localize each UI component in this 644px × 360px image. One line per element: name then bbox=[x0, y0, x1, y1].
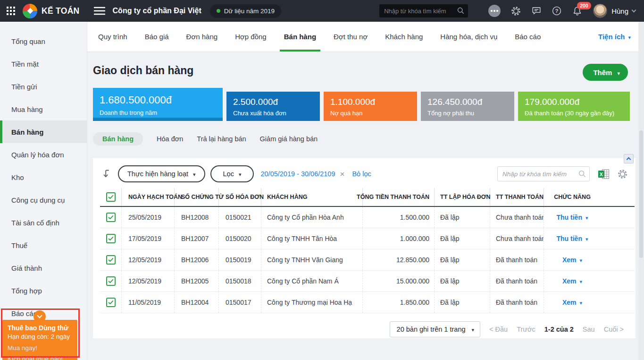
settings-button[interactable] bbox=[510, 6, 521, 17]
user-menu-chevron-icon[interactable] bbox=[632, 8, 636, 13]
cell-voucher-no: BH12007 bbox=[175, 228, 219, 249]
sidebar-item[interactable]: Tài sản cố định bbox=[0, 211, 87, 234]
clear-date-icon[interactable] bbox=[340, 170, 345, 178]
module-tab[interactable]: Báo giá bbox=[145, 22, 169, 51]
search-icon[interactable] bbox=[457, 7, 465, 15]
buy-now-link[interactable]: Mua ngay! bbox=[8, 344, 73, 351]
activate-subscription-link[interactable]: Kích hoạt thuê bao! bbox=[8, 355, 73, 360]
clear-filter-link[interactable]: Bỏ lọc bbox=[352, 170, 371, 178]
col-header-voucher-no[interactable]: SỐ CHỨNG TỪ bbox=[175, 188, 219, 206]
row-checkbox[interactable] bbox=[106, 213, 116, 222]
filter-button[interactable]: Lọc bbox=[210, 165, 254, 182]
help-button[interactable]: ? bbox=[552, 6, 562, 16]
sidebar-item[interactable]: Tổng quan bbox=[0, 30, 87, 52]
table-row: 25/05/2019 BH12008 0150021 Công ty Cổ ph… bbox=[100, 207, 635, 228]
col-header-actions[interactable]: CHỨC NĂNG bbox=[544, 188, 601, 206]
module-tab[interactable]: Báo cáo bbox=[515, 22, 541, 51]
module-tab[interactable]: Quy trình bbox=[98, 22, 127, 51]
search-icon[interactable] bbox=[578, 170, 586, 178]
sidebar-item[interactable]: Tổng hợp bbox=[0, 279, 87, 302]
sidebar-item[interactable]: Kho bbox=[0, 166, 87, 189]
module-tab[interactable]: Khách hàng bbox=[385, 22, 423, 51]
company-name: Công ty cổ phần Đại Việt bbox=[113, 7, 201, 15]
app-launcher-grid-icon[interactable] bbox=[7, 7, 15, 15]
sidebar-item[interactable]: Quản lý hóa đơn bbox=[0, 143, 87, 166]
module-tab[interactable]: Bán hàng bbox=[284, 22, 316, 51]
table-row: 12/05/2019 BH12006 0150019 Công ty TNHH … bbox=[100, 249, 635, 271]
feedback-button[interactable] bbox=[531, 6, 542, 16]
user-name[interactable]: Hùng bbox=[611, 7, 628, 15]
cell-invoice-status: Đã lập bbox=[435, 249, 490, 270]
module-tab[interactable]: Đợt thu nợ bbox=[334, 22, 368, 51]
sidebar-item[interactable]: Bán hàng bbox=[0, 120, 87, 143]
list-search-input[interactable] bbox=[497, 166, 590, 181]
sort-flow-icon[interactable] bbox=[101, 169, 112, 179]
more-options-button[interactable] bbox=[488, 5, 501, 17]
sidebar-item[interactable]: Tiền gửi bbox=[0, 75, 87, 98]
summary-card-uninvoiced[interactable]: 2.500.000đ Chưa xuất hóa đơn bbox=[226, 92, 320, 121]
pagination-first[interactable]: < Đầu bbox=[489, 326, 508, 333]
pagination-prev[interactable]: Trước bbox=[517, 326, 535, 333]
sub-tab[interactable]: Hóa đơn bbox=[157, 132, 183, 146]
sidebar-item[interactable]: Công cụ dụng cụ bbox=[0, 189, 87, 211]
cell-amount: 1.850.000 bbox=[363, 292, 435, 313]
sub-tab[interactable]: Trả lại hàng bán bbox=[197, 132, 246, 146]
select-all-checkbox[interactable] bbox=[106, 192, 116, 202]
cell-payment-status: Đã thanh toán bbox=[490, 249, 544, 270]
trial-popup-chevron-button[interactable] bbox=[33, 310, 46, 323]
main-content: Quy trìnhBáo giáĐơn hàngHợp đồngBán hàng… bbox=[87, 22, 644, 360]
utility-menu-label: Tiện ích bbox=[598, 33, 625, 41]
chevron-up-icon bbox=[627, 157, 631, 162]
add-button[interactable]: Thêm bbox=[583, 64, 628, 81]
row-action-button[interactable]: Thu tiền bbox=[557, 235, 588, 242]
pagination-last[interactable]: Cuối > bbox=[604, 326, 624, 333]
row-checkbox[interactable] bbox=[106, 276, 116, 286]
module-tab[interactable]: Hợp đồng bbox=[235, 22, 267, 51]
scroll-to-top-button[interactable] bbox=[624, 154, 634, 163]
utility-menu-button[interactable]: Tiện ích bbox=[598, 33, 631, 41]
row-action-label: Thu tiền bbox=[557, 235, 582, 242]
summary-card-revenue[interactable]: 1.680.500.000đ Doanh thu trong năm bbox=[93, 88, 223, 121]
card-value: 179.000.000đ bbox=[525, 97, 623, 107]
scrollbar-thumb[interactable] bbox=[639, 130, 643, 258]
notifications-button[interactable]: 200 bbox=[572, 6, 583, 17]
row-action-button[interactable]: Xem bbox=[562, 277, 582, 285]
summary-card-total-receivable[interactable]: 126.450.000đ Tổng nợ phải thu bbox=[421, 92, 514, 121]
hamburger-menu-icon[interactable] bbox=[94, 7, 105, 15]
row-action-button[interactable]: Xem bbox=[562, 256, 582, 264]
data-year-selector[interactable]: Dữ liệu năm 2019 bbox=[210, 4, 281, 18]
sidebar-item[interactable]: Tiền mặt bbox=[0, 52, 87, 75]
module-tab[interactable]: Hàng hóa, dịch vụ bbox=[440, 22, 497, 51]
col-header-invoice-no[interactable]: SỐ HÓA ĐƠN bbox=[219, 188, 261, 206]
row-checkbox[interactable] bbox=[106, 255, 116, 265]
pagination-next[interactable]: Sau bbox=[583, 326, 595, 333]
row-checkbox[interactable] bbox=[106, 234, 116, 243]
header-search-input[interactable] bbox=[379, 4, 468, 17]
sub-tab[interactable]: Giảm giá hàng bán bbox=[260, 132, 318, 146]
summary-card-overdue-debt[interactable]: 1.100.000đ Nợ quá hạn bbox=[324, 92, 417, 121]
col-header-invoice-status[interactable]: TT LẬP HÓA ĐƠN bbox=[435, 188, 490, 206]
row-action-button[interactable]: Xem bbox=[562, 299, 582, 306]
page-size-select[interactable]: 20 bản ghi trên 1 trang bbox=[390, 321, 480, 337]
col-header-date[interactable]: NGÀY HẠCH TOÁN bbox=[122, 188, 175, 206]
export-excel-icon[interactable]: X bbox=[598, 169, 610, 179]
caret-down-icon bbox=[585, 214, 588, 221]
page-scrollbar[interactable] bbox=[638, 22, 644, 360]
col-header-payment-status[interactable]: TT THANH TOÁN bbox=[490, 188, 544, 206]
list-panel: Thực hiện hàng loạt Lọc 20/05/2019 - 30/… bbox=[93, 158, 636, 338]
sub-tab[interactable]: Bán hàng bbox=[93, 132, 143, 146]
header-search bbox=[379, 4, 468, 17]
bulk-actions-button[interactable]: Thực hiện hàng loạt bbox=[118, 165, 205, 182]
sidebar-item[interactable]: Thuế bbox=[0, 234, 87, 257]
col-header-customer[interactable]: KHÁCH HÀNG bbox=[261, 188, 363, 206]
sidebar-item[interactable]: Mua hàng bbox=[0, 98, 87, 120]
row-checkbox[interactable] bbox=[106, 298, 116, 307]
date-range-filter[interactable]: 20/05/2019 - 30/06/2109 bbox=[260, 170, 335, 178]
summary-card-paid[interactable]: 179.000.000đ Đã thanh toán (30 ngày gần … bbox=[518, 92, 630, 121]
col-header-amount[interactable]: TỔNG TIỀN THANH TOÁN bbox=[363, 188, 435, 206]
row-action-button[interactable]: Thu tiền bbox=[557, 214, 588, 221]
user-avatar[interactable] bbox=[593, 4, 607, 18]
table-settings-gear-icon[interactable] bbox=[617, 169, 628, 180]
sidebar-item[interactable]: Giá thành bbox=[0, 257, 87, 279]
module-tab[interactable]: Đơn hàng bbox=[186, 22, 218, 51]
